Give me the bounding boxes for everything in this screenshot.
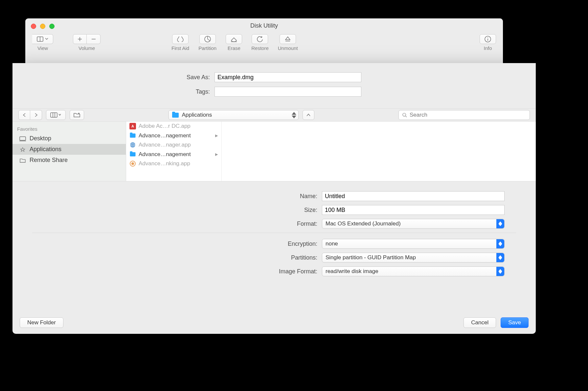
svg-marker-33 xyxy=(499,256,502,258)
svg-point-28 xyxy=(131,162,134,165)
partitions-select[interactable]: Single partition - GUID Partition Map xyxy=(322,253,505,263)
svg-line-22 xyxy=(405,116,407,117)
partitions-label: Partitions: xyxy=(32,254,322,261)
svg-rect-23 xyxy=(20,137,26,140)
view-mode-button[interactable] xyxy=(46,110,66,120)
file-item: AAdobe Ac…r DC.app xyxy=(126,122,221,131)
info-label: Info xyxy=(484,45,492,51)
nav-back-button[interactable] xyxy=(18,110,30,120)
erase-button[interactable] xyxy=(226,34,242,44)
stepper-icon xyxy=(496,219,504,228)
save-sheet: Save As: Tags: Applications xyxy=(12,63,536,334)
unmount-label: Unmount xyxy=(278,45,298,51)
encryption-select[interactable]: none xyxy=(322,239,505,249)
name-field[interactable] xyxy=(322,191,505,201)
sidebar-item-desktop[interactable]: Desktop xyxy=(12,133,126,144)
view-button[interactable] xyxy=(32,34,53,44)
search-icon xyxy=(402,112,407,118)
cancel-button[interactable]: Cancel xyxy=(464,317,496,328)
format-select[interactable]: Mac OS Extended (Journaled) xyxy=(322,219,505,229)
svg-marker-32 xyxy=(499,244,502,246)
nav-forward-button[interactable] xyxy=(30,110,42,120)
volume-label: Volume xyxy=(79,45,95,51)
sidebar-item-label: Applications xyxy=(30,146,61,153)
svg-line-7 xyxy=(208,39,210,41)
file-column: AAdobe Ac…r DC.appAdvance…nagement▸Advan… xyxy=(126,122,222,181)
size-field[interactable] xyxy=(322,205,505,215)
view-label: View xyxy=(37,45,48,51)
folder-icon xyxy=(172,113,179,118)
collapse-button[interactable] xyxy=(303,110,314,120)
svg-point-25 xyxy=(130,142,135,148)
file-item[interactable]: Advance…nagement▸ xyxy=(126,150,221,159)
file-item-label: Advance…nagement xyxy=(139,132,191,139)
svg-marker-31 xyxy=(499,242,502,244)
svg-marker-9 xyxy=(285,37,290,40)
svg-marker-36 xyxy=(499,272,502,274)
svg-marker-19 xyxy=(292,112,296,115)
file-item-label: Advance…nager.app xyxy=(139,142,191,148)
window-toolbar: View Volume First Aid Partition Erase xyxy=(32,34,496,51)
svg-point-12 xyxy=(487,37,488,38)
volume-add-button[interactable] xyxy=(73,34,87,44)
svg-marker-29 xyxy=(499,222,502,224)
name-label: Name: xyxy=(32,193,322,200)
svg-marker-34 xyxy=(499,258,502,260)
tags-field[interactable] xyxy=(215,87,361,97)
new-folder-button[interactable]: New Folder xyxy=(20,317,63,328)
unmount-button[interactable] xyxy=(280,34,296,44)
sidebar-item-label: Desktop xyxy=(30,135,51,142)
svg-marker-30 xyxy=(499,224,502,226)
stepper-icon xyxy=(496,253,504,262)
partition-button[interactable] xyxy=(199,34,216,44)
chevron-right-icon: ▸ xyxy=(215,151,218,158)
first-aid-button[interactable] xyxy=(172,34,189,44)
sidebar-item-applications[interactable]: Applications xyxy=(12,144,126,155)
finder-sidebar: Favorites DesktopApplicationsRemote Shar… xyxy=(12,122,126,181)
sidebar-item-remote-share[interactable]: Remote Share xyxy=(12,155,126,166)
stepper-icon xyxy=(496,239,504,248)
first-aid-label: First Aid xyxy=(171,45,189,51)
erase-label: Erase xyxy=(228,45,240,51)
group-button[interactable] xyxy=(70,110,84,120)
save-as-label: Save As: xyxy=(12,74,215,81)
stepper-icon xyxy=(496,267,504,276)
location-popup[interactable]: Applications xyxy=(169,110,299,120)
file-item-label: Adobe Ac…r DC.app xyxy=(139,123,191,129)
volume-remove-button[interactable] xyxy=(87,34,101,44)
save-as-field[interactable] xyxy=(215,72,361,82)
info-button[interactable] xyxy=(480,34,496,44)
file-item: Advance…nager.app xyxy=(126,140,221,150)
size-label: Size: xyxy=(32,207,322,214)
stepper-icon xyxy=(292,112,296,119)
disk-utility-window: Disk Utility View Volume Fi xyxy=(25,18,503,63)
svg-rect-14 xyxy=(51,113,57,117)
image-format-label: Image Format: xyxy=(32,268,322,275)
chevron-right-icon: ▸ xyxy=(215,132,218,139)
file-item[interactable]: Advance…nagement▸ xyxy=(126,131,221,140)
restore-button[interactable] xyxy=(252,34,268,44)
svg-marker-20 xyxy=(292,116,296,118)
sidebar-heading: Favorites xyxy=(12,125,126,133)
encryption-label: Encryption: xyxy=(32,241,322,247)
preview-pane xyxy=(222,122,536,181)
search-field[interactable] xyxy=(410,112,526,118)
tags-label: Tags: xyxy=(12,88,215,95)
save-button[interactable]: Save xyxy=(501,317,529,328)
format-label: Format: xyxy=(32,220,322,227)
sidebar-item-label: Remote Share xyxy=(30,157,68,164)
image-format-select[interactable]: read/write disk image xyxy=(322,266,505,276)
search-field-wrap[interactable] xyxy=(398,110,530,120)
location-label: Applications xyxy=(182,112,212,118)
divider xyxy=(32,233,516,233)
file-item-label: Advance…nking.app xyxy=(139,160,190,167)
partition-label: Partition xyxy=(198,45,216,51)
window-title: Disk Utility xyxy=(25,22,503,29)
restore-label: Restore xyxy=(251,45,269,51)
file-item: Advance…nking.app xyxy=(126,159,221,168)
svg-point-21 xyxy=(403,113,406,116)
svg-marker-35 xyxy=(499,269,502,271)
file-item-label: Advance…nagement xyxy=(139,151,191,158)
